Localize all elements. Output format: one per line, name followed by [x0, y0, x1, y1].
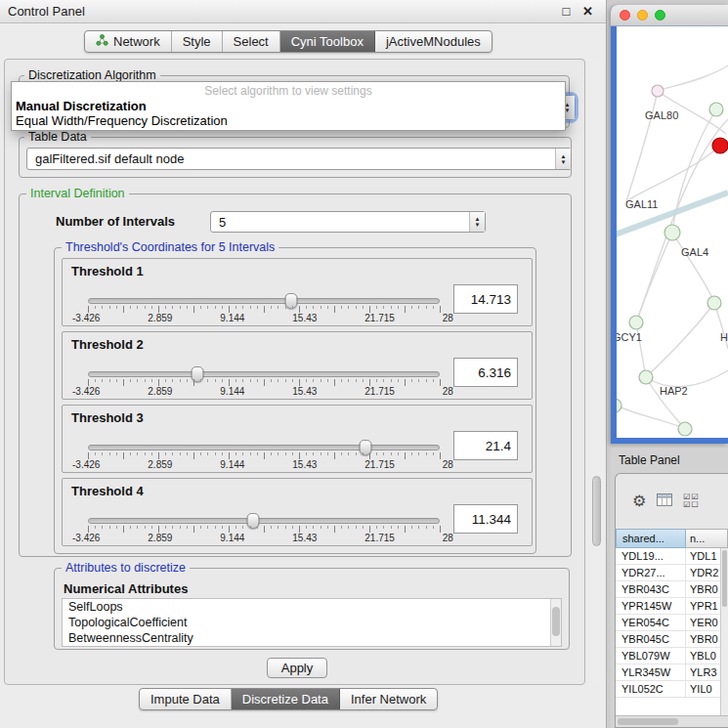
cell[interactable]: YIL0 [686, 681, 720, 697]
cell[interactable]: YER0 [686, 615, 720, 630]
cell[interactable]: YBL079W [616, 648, 686, 664]
cell[interactable]: YIL052C [616, 681, 686, 697]
scale-tick-label: 9.144 [220, 459, 244, 470]
scrollbar-thumb[interactable] [722, 550, 727, 607]
close-icon[interactable]: ✕ [579, 4, 596, 19]
threshold-1-value-field[interactable]: 14.713 [453, 284, 518, 314]
cell[interactable]: YDR27... [616, 565, 686, 580]
table-row[interactable]: YIL052C YIL0 [616, 681, 720, 698]
column-header-shared-name[interactable]: shared... [616, 529, 686, 548]
tab-infer-network-label: Infer Network [351, 692, 426, 707]
attributes-list-scrollbar[interactable] [550, 599, 561, 646]
node-label-clipped: H [720, 331, 728, 343]
node[interactable] [709, 103, 723, 116]
node[interactable] [639, 370, 653, 384]
selected-node[interactable] [712, 138, 728, 153]
table-row[interactable]: YBR045C YBR0 [616, 631, 720, 648]
cell[interactable]: YER054C [616, 615, 686, 630]
scale-tick-label: 21.715 [364, 313, 395, 323]
node[interactable] [629, 316, 643, 329]
threshold-1-slider[interactable] [88, 298, 440, 304]
scale-tick-label: 28 [443, 533, 453, 543]
column-header-name[interactable]: n... [686, 529, 728, 548]
scrollbar-thumb[interactable] [592, 476, 601, 546]
tab-style[interactable]: Style [172, 31, 223, 52]
table-vertical-scrollbar[interactable] [720, 548, 728, 715]
cell[interactable]: YLR3 [686, 664, 720, 680]
scrollbar-thumb[interactable] [552, 607, 560, 636]
table-horizontal-scrollbar[interactable] [616, 715, 728, 727]
tab-style-label: Style [183, 34, 211, 49]
cell[interactable]: YDL19... [616, 548, 686, 564]
threshold-4-value: 11.344 [472, 512, 511, 527]
threshold-4-value-field[interactable]: 11.344 [453, 504, 518, 534]
tab-select-label: Select [234, 34, 269, 49]
table-row[interactable]: YBL079W YBL0 [616, 648, 720, 664]
threshold-3-value-field[interactable]: 21.4 [453, 431, 518, 460]
cell[interactable]: YBR045C [616, 631, 686, 647]
threshold-2-label: Threshold 2 [71, 337, 144, 352]
tab-discretize-data-label: Discretize Data [242, 692, 328, 707]
threshold-1-value: 14.713 [471, 292, 511, 307]
list-item[interactable]: TopologicalCoefficient [63, 615, 561, 630]
cell[interactable]: YBR0 [686, 631, 720, 647]
tab-cyni-toolbox[interactable]: Cyni Toolbox [280, 31, 375, 52]
table-row[interactable]: YDL19... YDL1 [616, 548, 720, 565]
threshold-4-slider[interactable] [88, 518, 440, 524]
cell[interactable]: YPR145W [616, 598, 686, 614]
float-window-icon[interactable]: □ [558, 4, 575, 19]
cell[interactable]: YLR345W [616, 664, 686, 680]
list-item[interactable]: BetweennessCentrality [63, 630, 561, 646]
columns-icon[interactable] [657, 493, 672, 509]
node[interactable] [678, 422, 692, 436]
close-traffic-light-icon[interactable] [620, 10, 630, 21]
table-row[interactable]: YPR145W YPR1 [616, 598, 720, 615]
cell[interactable]: YPR1 [686, 598, 720, 614]
cell[interactable]: YBR043C [616, 581, 686, 597]
network-view-window: GAL80 GAL11 GAL4 GCY1 HAP2 H [611, 5, 728, 444]
minimize-traffic-light-icon[interactable] [637, 10, 648, 21]
network-canvas[interactable]: GAL80 GAL11 GAL4 GCY1 HAP2 H [617, 26, 728, 438]
table-row[interactable]: YBR043C YBR0 [616, 581, 720, 598]
gear-icon[interactable]: ⚙ [632, 493, 646, 509]
threshold-2-slider[interactable] [88, 371, 440, 377]
table-row[interactable]: YLR345W YLR3 [616, 664, 720, 681]
cell[interactable]: YDL1 [686, 548, 720, 564]
combo-arrows-icon[interactable]: ▲▼ [555, 149, 571, 169]
numerical-attributes-list[interactable]: SelfLoops TopologicalCoefficient Between… [62, 598, 562, 647]
tab-impute-data[interactable]: Impute Data [140, 689, 232, 709]
cell[interactable]: YBR0 [686, 581, 720, 597]
network-window-titlebar[interactable] [611, 5, 728, 26]
dropdown-option-manual-discretization[interactable]: Manual Discretization [12, 99, 565, 113]
combo-arrows-icon[interactable]: ▲▼ [469, 212, 485, 232]
tab-network[interactable]: Network [85, 31, 172, 52]
threshold-2-value-field[interactable]: 6.316 [453, 358, 518, 387]
number-of-intervals-combobox[interactable]: 5 ▲▼ [210, 211, 486, 233]
tab-discretize-data[interactable]: Discretize Data [232, 689, 340, 709]
select-columns-checkboxes-icon[interactable]: ☑☑☑☐ [683, 493, 699, 509]
tab-select[interactable]: Select [223, 31, 280, 52]
zoom-traffic-light-icon[interactable] [655, 10, 665, 21]
control-panel-scrollbar[interactable] [590, 61, 603, 683]
table-data-combobox-value: galFiltered.sif default node [27, 151, 555, 166]
tab-jactivemnodules[interactable]: jActiveMNodules [375, 31, 492, 52]
cell[interactable]: YBL0 [686, 648, 720, 664]
table-row[interactable]: YER054C YER0 [616, 615, 720, 631]
node[interactable] [617, 399, 621, 412]
node[interactable] [652, 85, 664, 97]
algorithm-dropdown-popup: Select algorithm to view settings Manual… [11, 81, 566, 131]
list-item[interactable]: SelfLoops [63, 599, 561, 615]
node[interactable] [664, 225, 680, 240]
apply-button[interactable]: Apply [267, 658, 327, 678]
table-row[interactable]: YDR27... YDR2 [616, 565, 720, 581]
tab-infer-network[interactable]: Infer Network [340, 689, 437, 709]
scrollbar-thumb[interactable] [618, 718, 678, 725]
cell[interactable]: YDR2 [686, 565, 720, 580]
threshold-3-slider[interactable] [88, 445, 440, 450]
table-data-combobox[interactable]: galFiltered.sif default node ▲▼ [26, 148, 572, 170]
node[interactable] [707, 296, 721, 310]
dropdown-option-equal-width-frequency[interactable]: Equal Width/Frequency Discretization [12, 113, 565, 128]
scale-tick-label: 15.43 [292, 386, 317, 397]
apply-button-label: Apply [281, 661, 314, 675]
scale-tick-label: -3.426 [72, 533, 100, 543]
